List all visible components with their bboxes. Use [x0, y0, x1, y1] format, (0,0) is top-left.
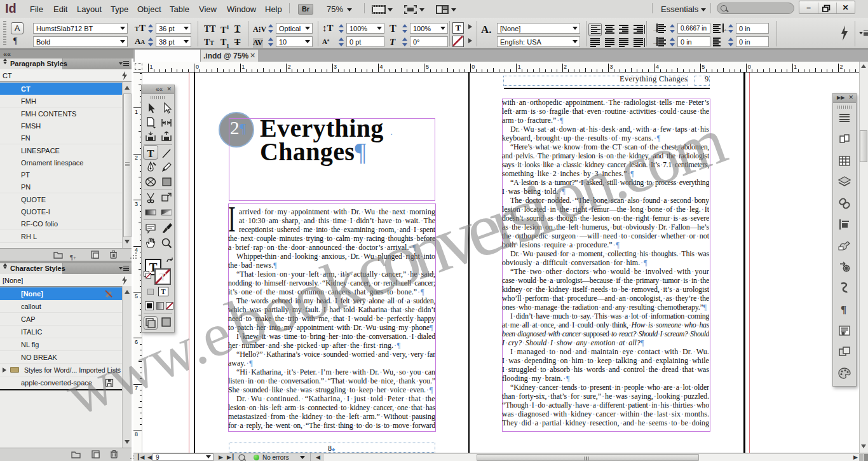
svg-text:T: T	[147, 148, 154, 160]
svg-text:T: T	[159, 272, 166, 282]
